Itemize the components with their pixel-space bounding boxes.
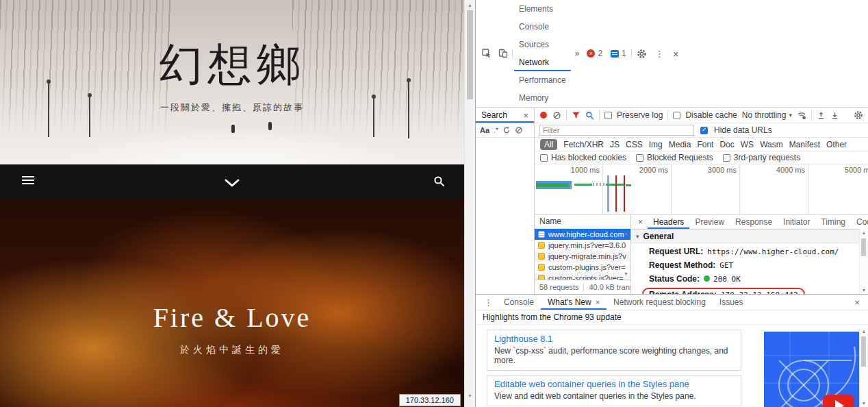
filter-checkbox[interactable] [723, 154, 730, 162]
scrollbar-thumb[interactable] [861, 336, 866, 367]
request-row[interactable]: www.higher-cloud.com [535, 229, 630, 240]
type-filter-chip[interactable]: Wasm [760, 140, 783, 149]
list-scroll-up-icon[interactable]: ▲ [624, 231, 628, 236]
scrollbar-thumb[interactable] [467, 10, 473, 99]
inspect-element-icon[interactable] [479, 49, 494, 58]
close-devtools-icon[interactable]: × [669, 48, 683, 60]
hide-data-urls-checkbox[interactable] [700, 127, 708, 134]
devtools-tab[interactable]: Memory [514, 89, 571, 107]
throttling-dropdown[interactable]: No throttling ▾ [742, 110, 792, 120]
export-har-icon[interactable] [830, 111, 839, 120]
drawer-menu-icon[interactable]: ⋮ [480, 297, 497, 308]
type-filter-chip[interactable]: CSS [626, 140, 643, 149]
type-filter-chip[interactable]: Manifest [789, 140, 820, 149]
type-filter-chip[interactable]: All [540, 139, 557, 150]
drawer-tab[interactable]: Issues × [713, 295, 750, 310]
close-search-icon[interactable]: × [523, 110, 528, 121]
scroll-up-arrow-icon[interactable]: ▲ [860, 230, 868, 235]
devtools-tab[interactable]: Network [514, 53, 571, 71]
detail-tab[interactable]: Response [730, 214, 778, 229]
screenshot-root: 幻想鄉 一段關於愛、擁抱、原諒的故事 Fire & Love 於火焰中誕生的愛 … [0, 0, 868, 407]
filter-checkbox-group[interactable]: Blocked Requests [636, 153, 713, 162]
devtools-tab[interactable]: Elements [514, 0, 571, 18]
filter-checkbox[interactable] [540, 154, 548, 162]
filter-input[interactable] [539, 125, 694, 136]
type-filter-chip[interactable]: Font [697, 140, 713, 149]
more-tabs-icon[interactable]: » [572, 49, 583, 58]
preserve-log-checkbox[interactable] [604, 112, 612, 119]
menu-icon[interactable] [22, 176, 34, 186]
filter-checkbox-group[interactable]: 3rd-party requests [723, 153, 800, 162]
detail-tab[interactable]: Timing [815, 214, 851, 229]
youtube-play-icon[interactable] [823, 395, 854, 407]
request-row[interactable]: jquery-migrate.min.js?v [535, 251, 630, 262]
type-filter-chip[interactable]: Img [649, 140, 663, 149]
detail-scrollbar[interactable]: ▲ ▼ [859, 229, 868, 294]
filter-funnel-icon[interactable] [572, 111, 580, 120]
drawer-tab[interactable]: Console × [497, 295, 541, 310]
type-filter-chip[interactable]: WS [741, 140, 754, 149]
type-filter-chip[interactable]: JS [610, 140, 620, 149]
request-row[interactable]: jquery.min.js?ver=3.6.0 [535, 240, 630, 251]
detail-tab[interactable]: Headers [648, 214, 689, 229]
devtools-tab[interactable]: Sources [514, 36, 571, 53]
drawer-tab[interactable]: What's New × [541, 295, 607, 310]
error-count-badge[interactable]: × 2 [583, 48, 606, 59]
scroll-up-arrow-icon[interactable]: ▲ [465, 1, 475, 10]
type-filter-chip[interactable]: Fetch/XHR [563, 140, 604, 149]
devtools-tab[interactable]: Console [514, 18, 571, 36]
search-network-icon[interactable] [585, 111, 594, 120]
close-detail-icon[interactable]: × [633, 217, 648, 227]
device-toolbar-icon[interactable] [496, 49, 511, 58]
regex-toggle[interactable]: .* [494, 126, 498, 134]
match-case-toggle[interactable]: Aa [480, 126, 489, 134]
issues-count-badge[interactable]: 1 [607, 48, 630, 59]
kebab-menu-icon[interactable]: ⋮ [652, 49, 667, 59]
clear-network-log-icon[interactable] [552, 111, 561, 120]
network-settings-gear-icon[interactable] [854, 110, 863, 120]
record-icon[interactable] [539, 111, 548, 119]
search-icon[interactable] [433, 175, 445, 190]
filter-checkbox-group[interactable]: Has blocked cookies [540, 153, 626, 162]
site-navbar [0, 164, 464, 199]
request-row[interactable]: custom-plugins.js?ver= [535, 262, 630, 273]
scroll-down-arrow-icon[interactable]: ▼ [860, 288, 868, 293]
type-filter-chip[interactable]: Other [826, 140, 847, 149]
request-list-header[interactable]: Name [535, 214, 630, 229]
page-scrollbar[interactable]: ▲ ▼ [464, 0, 475, 407]
request-row[interactable]: custom-scripts.js?ver= [535, 273, 630, 280]
search-pane-toolbar: Aa .* [476, 123, 534, 138]
settings-gear-icon[interactable] [633, 49, 650, 59]
drawer-tab[interactable]: Network request blocking × [607, 295, 713, 310]
filter-checkbox[interactable] [636, 154, 643, 162]
browser-viewport: 幻想鄉 一段關於愛、擁抱、原諒的故事 Fire & Love 於火焰中誕生的愛 … [0, 0, 464, 407]
close-tab-icon[interactable]: × [596, 298, 600, 306]
search-pane-tab[interactable]: Search × [476, 108, 534, 123]
whats-new-link[interactable]: Editable web container queries in the St… [494, 379, 734, 389]
general-section-header[interactable]: ▾ General [631, 230, 868, 243]
header-key: Request Method: [649, 260, 715, 270]
scrollbar-thumb[interactable] [861, 238, 866, 256]
network-conditions-icon[interactable] [797, 110, 806, 120]
disable-cache-checkbox[interactable] [673, 112, 680, 119]
scroll-down-chevron-icon[interactable] [225, 177, 240, 190]
detail-tab[interactable]: Initiator [778, 214, 815, 229]
scroll-down-arrow-icon[interactable]: ▼ [465, 392, 475, 400]
scroll-down-arrow-icon[interactable]: ▼ [860, 401, 868, 406]
drawer-scrollbar[interactable]: ▲ ▼ [859, 328, 868, 407]
import-har-icon[interactable] [817, 111, 826, 120]
type-filter-chip[interactable]: Doc [719, 140, 734, 149]
timeline-tick: 5000 ms [808, 164, 868, 214]
list-scroll-down-icon[interactable]: ▼ [624, 271, 628, 276]
scroll-up-arrow-icon[interactable]: ▲ [860, 329, 868, 334]
detail-tab[interactable]: Preview [689, 214, 730, 229]
devtools-tab[interactable]: Performance [514, 71, 571, 89]
network-overview-timeline[interactable]: 1000 ms2000 ms3000 ms4000 ms5000 ms [535, 164, 868, 214]
type-filter-chip[interactable]: Media [669, 140, 691, 149]
refresh-icon[interactable] [502, 126, 511, 134]
detail-tab[interactable]: Cookies [851, 214, 868, 229]
clear-search-icon[interactable] [515, 126, 523, 134]
whats-new-video-thumbnail[interactable] [764, 332, 861, 407]
whats-new-link[interactable]: Lighthouse 8.1 [494, 334, 734, 344]
close-drawer-icon[interactable]: × [850, 297, 864, 308]
